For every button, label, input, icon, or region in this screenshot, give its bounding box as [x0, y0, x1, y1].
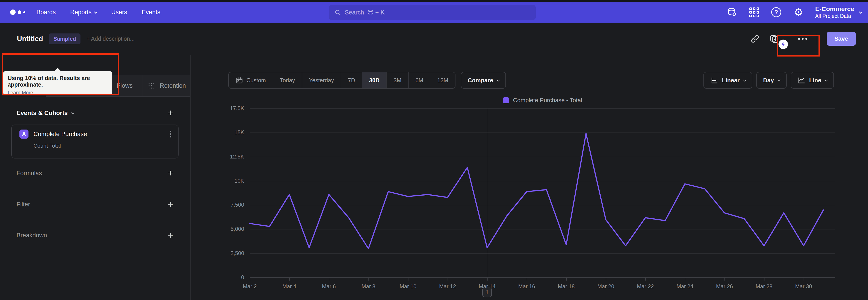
range-yesterday[interactable]: Yesterday [302, 72, 341, 88]
copy-link-icon[interactable] [750, 34, 760, 43]
range-label: Custom [246, 77, 266, 84]
nav-item-users[interactable]: Users [111, 9, 127, 16]
x-tick [250, 278, 250, 280]
nav-item-label: Boards [36, 9, 56, 16]
event-metric[interactable]: Count Total [33, 143, 172, 149]
y-axis-label: 12.5K [216, 153, 244, 160]
add-formula-button[interactable]: + [167, 169, 173, 178]
global-search[interactable] [329, 5, 536, 20]
x-tick [329, 278, 329, 280]
event-name[interactable]: Complete Purchase [33, 131, 164, 138]
breakdown-row: Breakdown + [17, 230, 173, 241]
nav-item-events[interactable]: Events [142, 9, 160, 16]
x-axis-labels: Mar 2Mar 4Mar 6Mar 8Mar 10Mar 12Mar 14Ma… [250, 283, 835, 290]
range-label: 3M [394, 77, 401, 84]
range-custom[interactable]: Custom [229, 72, 273, 88]
formulas-row: Formulas + [17, 168, 173, 179]
learn-more-link[interactable]: Learn More [8, 90, 33, 96]
line-chart [250, 109, 835, 278]
interval-dropdown[interactable]: Day [756, 72, 786, 89]
top-nav: Boards Reports Users Events ? [0, 2, 868, 23]
x-tick [447, 278, 448, 280]
scale-label: Linear [722, 77, 740, 84]
tab-retention[interactable]: Retention [142, 75, 190, 96]
compare-button[interactable]: Compare [461, 72, 506, 89]
scale-dropdown[interactable]: Linear [704, 72, 752, 89]
nav-item-label: Events [142, 9, 160, 16]
event-card-row: A Complete Purchase [20, 129, 172, 139]
range-label: 30D [369, 77, 379, 84]
legend-swatch [503, 97, 509, 103]
events-section-header: Events & Cohorts + [17, 108, 173, 118]
x-tick [408, 278, 408, 280]
formulas-label: Formulas [17, 170, 42, 177]
add-event-button[interactable]: + [167, 108, 173, 118]
y-axis-label: 2,500 [216, 250, 244, 257]
more-actions-icon[interactable] [798, 38, 807, 40]
y-axis-label: 15K [216, 129, 244, 136]
report-title[interactable]: Untitled [17, 35, 43, 43]
x-axis-label: Mar 2 [236, 283, 264, 290]
range-12m[interactable]: 12M [430, 72, 455, 88]
line-chart-icon [798, 76, 806, 84]
x-tick [685, 278, 685, 280]
events-section-toggle[interactable]: Events & Cohorts [17, 110, 74, 117]
breakdown-label: Breakdown [17, 232, 47, 239]
chevron-down-icon [777, 79, 780, 82]
mixpanel-logo-icon[interactable] [10, 9, 28, 15]
nav-menu: Boards Reports Users Events [36, 9, 160, 16]
range-7d[interactable]: 7D [341, 72, 362, 88]
series-line [250, 133, 824, 249]
add-description-field[interactable]: + Add description... [86, 35, 134, 42]
compare-label: Compare [468, 77, 493, 84]
nav-item-boards[interactable]: Boards [36, 9, 56, 16]
chevron-down-icon [497, 79, 500, 82]
events-section-label: Events & Cohorts [17, 110, 68, 117]
x-tick [645, 278, 646, 280]
x-axis-label: Mar 20 [592, 283, 619, 290]
project-name: E-Commerce [815, 5, 854, 13]
x-axis-label: Mar 30 [790, 283, 817, 290]
filter-row: Filter + [17, 199, 173, 210]
range-today[interactable]: Today [273, 72, 302, 88]
event-card[interactable]: A Complete Purchase Count Total [11, 125, 179, 158]
event-letter-badge: A [20, 129, 29, 139]
x-tick [289, 278, 290, 280]
event-options-icon[interactable] [169, 130, 172, 138]
range-30d[interactable]: 30D [362, 72, 386, 88]
x-axis-label: Mar 18 [553, 283, 580, 290]
date-range-segmented-control: Custom Today Yesterday 7D 30D 3M 6M 12M [228, 72, 456, 89]
apps-grid-icon[interactable] [749, 7, 760, 18]
report-title-group: Untitled Sampled + Add description... [17, 33, 135, 44]
annotation-badge[interactable]: 1 [483, 288, 492, 297]
range-3m[interactable]: 3M [386, 72, 408, 88]
filter-label: Filter [17, 201, 30, 208]
y-axis-label: 10K [216, 178, 244, 184]
add-to-board-icon[interactable] [769, 34, 779, 44]
nav-item-reports[interactable]: Reports [70, 9, 97, 16]
x-tick [804, 278, 804, 280]
y-axis-label: 17.5K [216, 105, 244, 112]
nav-item-label: Users [111, 9, 127, 16]
x-axis-label: Mar 28 [750, 283, 778, 290]
range-label: Yesterday [309, 77, 334, 84]
sampled-badge[interactable]: Sampled [49, 33, 81, 44]
app-window: Boards Reports Users Events ? [0, 0, 868, 300]
x-axis-label: Mar 6 [315, 283, 342, 290]
save-button[interactable]: Save [827, 32, 856, 46]
legend-item[interactable]: Complete Purchase - Total [250, 97, 835, 104]
x-tick [527, 278, 527, 280]
tab-label: Retention [160, 82, 186, 89]
search-input[interactable] [345, 9, 530, 16]
settings-gear-icon[interactable]: ⚙ [793, 7, 804, 18]
range-6m[interactable]: 6M [408, 72, 430, 88]
x-axis-label: Mar 22 [632, 283, 659, 290]
add-filter-button[interactable]: + [167, 200, 173, 209]
help-icon[interactable]: ? [771, 7, 782, 18]
data-management-icon[interactable] [726, 7, 737, 18]
x-tick [606, 278, 606, 280]
project-switcher[interactable]: E-Commerce All Project Data [815, 5, 862, 20]
add-breakdown-button[interactable]: + [167, 231, 173, 240]
chart-type-dropdown[interactable]: Line [791, 72, 834, 89]
nav-right-cluster: ? ⚙ E-Commerce All Project Data [726, 2, 862, 23]
